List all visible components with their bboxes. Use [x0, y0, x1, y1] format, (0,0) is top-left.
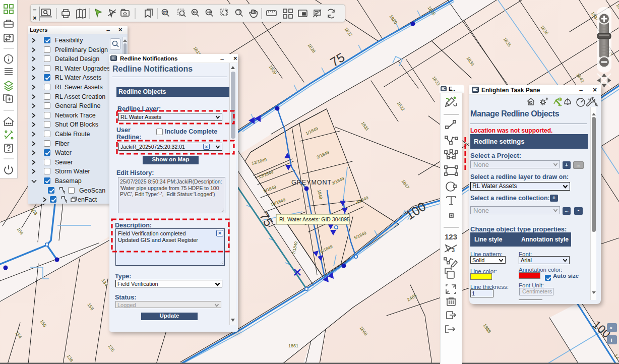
- svg-text:!: !: [560, 98, 561, 101]
- svg-text:1861: 1861: [288, 343, 298, 348]
- svg-text:123: 123: [445, 232, 457, 241]
- svg-text:i: i: [611, 337, 612, 343]
- svg-text:!: !: [567, 99, 568, 103]
- svg-text:RL Water Assets: GID 304895: RL Water Assets: GID 304895: [279, 216, 350, 222]
- svg-text:XY: XY: [163, 11, 167, 14]
- svg-text:«: «: [609, 325, 612, 331]
- svg-text:GREYMONT: GREYMONT: [291, 179, 332, 186]
